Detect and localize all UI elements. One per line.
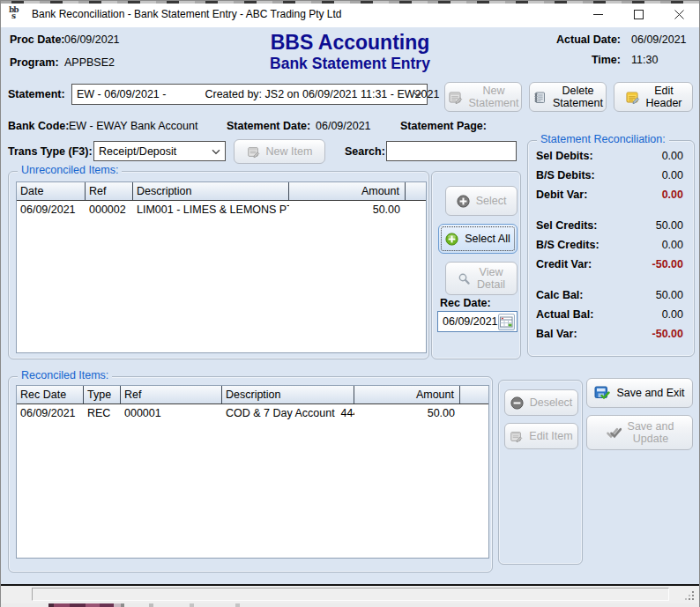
- cell-date: 06/09/2021: [17, 201, 86, 218]
- deselect-button[interactable]: Deselect: [504, 389, 578, 416]
- col-type: Type: [84, 386, 121, 403]
- recon-label: Calc Bal:: [536, 289, 584, 301]
- save-and-exit-button[interactable]: Save and Exit: [586, 378, 693, 408]
- select-all-label: Select All: [465, 233, 510, 245]
- recon-label: Actual Bal:: [536, 308, 593, 321]
- delete-statement-icon: [532, 90, 547, 105]
- recon-row-sel-debits: Sel Debits:0.00: [536, 150, 685, 165]
- maximize-icon: [634, 10, 644, 19]
- save-and-update-line1: Save and: [628, 420, 674, 433]
- deselect-label: Deselect: [530, 396, 573, 409]
- rec-date-value: 06/09/2021: [443, 315, 498, 328]
- recon-value: -50.00: [652, 328, 683, 340]
- deselect-minus-icon: [510, 396, 524, 410]
- cell-description: LIM001 - LIMES & LEMONS PTY L...: [133, 201, 289, 218]
- col-amount: Amount: [354, 386, 460, 403]
- cell-amount: 50.00: [354, 404, 460, 422]
- cell-ref: 000001: [121, 404, 222, 422]
- reconciled-table-header: Rec Date Type Ref Description Amount: [17, 386, 488, 404]
- statement-date-value: 06/09/2021: [316, 120, 371, 132]
- selection-group: Select Select All ViewDetail Rec Date: 0…: [431, 171, 521, 359]
- recon-label: Sel Credits:: [536, 219, 597, 232]
- view-detail-button[interactable]: ViewDetail: [445, 262, 518, 295]
- col-rec-date: Rec Date: [17, 386, 84, 403]
- select-label: Select: [476, 195, 507, 207]
- statement-combobox-detail: Created by: JS2 on 06/09/2021 11:31 - EW…: [205, 88, 439, 100]
- edit-header-icon: [625, 90, 640, 105]
- cell-type: REC: [84, 404, 121, 422]
- col-amount: Amount: [289, 182, 406, 200]
- edit-item-button[interactable]: Edit Item: [504, 423, 578, 449]
- cell-rec-date: 06/09/2021: [17, 404, 84, 422]
- save-and-exit-label: Save and Exit: [616, 387, 684, 399]
- search-input[interactable]: [386, 141, 517, 161]
- view-detail-line2: Detail: [477, 278, 505, 291]
- delete-statement-line2: Statement: [553, 97, 603, 109]
- recon-row-bs-credits: B/S Credits:0.00: [536, 239, 685, 254]
- app-icon: bb s: [9, 6, 25, 22]
- chevron-down-icon: [212, 149, 220, 154]
- close-button[interactable]: [659, 1, 699, 27]
- new-item-button[interactable]: New Item: [234, 139, 325, 164]
- unreconciled-table-header: Date Ref Description Amount: [17, 182, 426, 201]
- new-statement-button[interactable]: NewStatement: [444, 82, 522, 112]
- recon-label: B/S Debits:: [536, 169, 595, 181]
- actual-date-value: 06/09/2021: [631, 33, 691, 46]
- recon-value: 0.00: [662, 308, 683, 321]
- col-description: Description: [133, 182, 289, 200]
- new-item-label: New Item: [266, 145, 313, 158]
- bank-code-label: Bank Code:: [8, 120, 69, 132]
- new-statement-line1: New: [482, 85, 504, 97]
- bank-code-value: EW - EWAY Bank Account: [69, 120, 197, 132]
- magnifier-icon: [458, 272, 471, 285]
- select-button[interactable]: Select: [445, 186, 518, 216]
- recon-value: 50.00: [656, 219, 683, 232]
- cell-description: COD & 7 Day Account 444...: [222, 404, 354, 422]
- table-row[interactable]: 06/09/2021 000002 LIM001 - LIMES & LEMON…: [17, 201, 426, 218]
- col-ref: Ref: [86, 182, 133, 200]
- recon-label: Credit Var:: [536, 258, 592, 270]
- col-ref: Ref: [121, 386, 222, 403]
- recon-row-actual-bal: Actual Bal:0.00: [536, 308, 685, 323]
- statement-combobox-value: EW - 06/09/2021 -: [77, 88, 166, 100]
- new-item-icon: [247, 145, 260, 159]
- save-and-update-button[interactable]: Save andUpdate: [586, 415, 693, 450]
- delete-statement-button[interactable]: DeleteStatement: [529, 82, 607, 112]
- save-update-icon: [606, 426, 622, 440]
- recon-value: 50.00: [656, 289, 683, 301]
- unreconciled-group-title: Unreconciled Items:: [18, 164, 122, 176]
- recon-value: 0.00: [662, 150, 683, 162]
- resize-grip[interactable]: [692, 598, 694, 600]
- recon-row-credit-var: Credit Var:-50.00: [536, 258, 685, 273]
- time-label: Time:: [556, 54, 621, 66]
- rec-date-field[interactable]: 06/09/2021: [437, 311, 518, 332]
- recon-label: Debit Var:: [536, 189, 587, 201]
- reconciled-group-title: Reconciled Items:: [18, 369, 112, 381]
- delete-statement-line1: Delete: [562, 85, 593, 97]
- reconciliation-group-title: Statement Reconciliation:: [537, 133, 669, 145]
- cell-spacer: [406, 201, 426, 218]
- statement-combobox[interactable]: EW - 06/09/2021 - Created by: JS2 on 06/…: [71, 84, 428, 105]
- datetime-block: Actual Date: 06/09/2021 Time: 11:30: [556, 33, 691, 66]
- minimize-button[interactable]: [577, 1, 618, 27]
- statement-page-label: Statement Page:: [400, 120, 487, 132]
- unreconciled-table: Date Ref Description Amount 06/09/2021 0…: [16, 181, 427, 353]
- table-row[interactable]: 06/09/2021 REC 000001 COD & 7 Day Accoun…: [17, 404, 488, 422]
- minimize-icon: [593, 14, 603, 15]
- new-statement-icon: [448, 90, 463, 105]
- edit-header-button[interactable]: EditHeader: [614, 82, 693, 112]
- trans-type-combobox[interactable]: Receipt/Deposit: [93, 141, 226, 161]
- trans-type-value: Receipt/Deposit: [99, 145, 176, 158]
- edit-item-icon: [510, 430, 523, 443]
- select-all-button[interactable]: Select All: [438, 224, 518, 254]
- col-date: Date: [17, 182, 86, 200]
- rec-date-picker-button[interactable]: [498, 314, 515, 330]
- recon-value: 0.00: [662, 189, 683, 201]
- titlebar[interactable]: bb s Bank Reconciliation - Bank Statemen…: [1, 1, 699, 27]
- select-plus-icon: [457, 195, 470, 208]
- reconciliation-group: Statement Reconciliation: Sel Debits:0.0…: [527, 140, 695, 357]
- maximize-button[interactable]: [618, 1, 659, 27]
- view-detail-line1: View: [480, 266, 503, 278]
- statement-date-label: Statement Date:: [227, 120, 310, 132]
- rec-date-label: Rec Date:: [440, 297, 491, 309]
